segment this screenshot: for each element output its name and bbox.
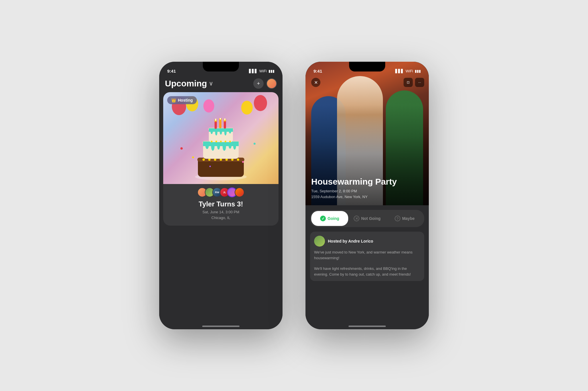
host-card: Hosted by Andre Lorico We've just moved … (310, 232, 424, 281)
user-avatar[interactable] (266, 78, 277, 89)
svg-point-14 (211, 142, 215, 151)
upcoming-title: Upcoming (165, 79, 207, 88)
maybe-label: Maybe (402, 216, 415, 221)
svg-point-8 (231, 158, 233, 161)
svg-point-5 (214, 158, 216, 161)
event-name: Tyler Turns 3! (168, 200, 274, 208)
phone1-screen: 9:41 ▋▋▋ WiFi ▮▮▮ Upcoming ∨ + (159, 62, 283, 329)
svg-point-17 (229, 142, 231, 149)
cake-graphic (192, 118, 250, 181)
svg-point-9 (237, 158, 239, 161)
svg-point-40 (224, 118, 225, 121)
share-button[interactable]: ⊡ (404, 78, 413, 87)
event-info: Tyler Turns 3! Sat, June 14, 3:00 PM Chi… (163, 199, 279, 226)
status-icons: ▋▋▋ WiFi ▮▮▮ (249, 69, 274, 73)
add-event-button[interactable]: + (253, 78, 264, 89)
svg-rect-32 (215, 121, 217, 129)
bottom-panel: ✓ Going ✕ Not Going ? Maybe Hosted by An… (305, 205, 429, 329)
attendee-initials-3: RW (215, 191, 219, 194)
going-button[interactable]: ✓ Going (311, 211, 348, 226)
svg-point-16 (223, 143, 226, 151)
x-icon: ✕ (314, 80, 318, 85)
dropdown-chevron-icon: ∨ (209, 80, 213, 87)
hosting-badge: 👑 Hosting (167, 96, 197, 104)
signal-icon-2: ▋▋▋ (395, 69, 404, 73)
balloon-gold2 (241, 101, 253, 115)
attendee-initials-4: JL (223, 191, 226, 194)
housewarming-title: Housewarming Party (311, 177, 423, 187)
svg-point-7 (225, 158, 228, 161)
going-label: Going (328, 216, 339, 221)
not-going-x-icon: ✕ (354, 216, 359, 221)
svg-point-13 (205, 142, 209, 149)
more-icon: ··· (418, 80, 421, 84)
event-card[interactable]: 👑 Hosting RW JL Tyler Turns 3! (163, 92, 279, 226)
close-button[interactable]: ✕ (311, 78, 320, 87)
event-overlay-info: Housewarming Party Tue, September 2, 8:0… (311, 177, 423, 200)
maybe-question-icon: ? (395, 216, 400, 221)
svg-point-27 (211, 141, 213, 142)
svg-point-18 (233, 143, 236, 150)
host-name: Hosted by Andre Lorico (328, 239, 373, 243)
event-date-line: Sat, June 14, 3:00 PM (168, 209, 274, 215)
attendees-row: RW JL (163, 184, 279, 199)
header-title-group[interactable]: Upcoming ∨ (165, 79, 213, 88)
maybe-button[interactable]: ? Maybe (386, 211, 423, 226)
phone-2: 9:41 ▋▋▋ WiFi ▮▮▮ ✕ ⊡ ··· (305, 62, 429, 329)
wifi-icon-2: WiFi (406, 69, 413, 73)
wifi-icon: WiFi (259, 69, 267, 73)
host-avatar (314, 236, 325, 247)
host-row: Hosted by Andre Lorico (314, 236, 420, 247)
svg-point-15 (217, 142, 220, 150)
svg-point-3 (203, 158, 205, 161)
event-address-hw: 1559 Audubon Ave, New York, NY (311, 194, 423, 200)
svg-point-24 (220, 129, 222, 135)
going-check-icon: ✓ (320, 216, 326, 221)
status-bar-2: 9:41 ▋▋▋ WiFi ▮▮▮ (305, 62, 429, 76)
svg-point-26 (229, 129, 231, 133)
host-description-1: We've just moved to New York, and warmer… (314, 249, 420, 261)
plus-icon: + (257, 81, 260, 87)
attendee-avatar-6 (235, 187, 244, 197)
event-date-hw: Tue, September 2, 8:00 PM (311, 188, 423, 194)
event-card-image: 👑 Hosting (163, 92, 279, 184)
status-icons-2: ▋▋▋ WiFi ▮▮▮ (395, 69, 421, 73)
event-location: Chicago, IL (168, 215, 274, 221)
status-time: 9:41 (167, 69, 176, 73)
svg-point-29 (220, 141, 222, 142)
svg-point-22 (211, 129, 213, 134)
share-icon: ⊡ (407, 80, 410, 84)
phone-1: 9:41 ▋▋▋ WiFi ▮▮▮ Upcoming ∨ + (159, 62, 283, 329)
not-going-label: Not Going (361, 216, 381, 221)
svg-point-4 (208, 158, 211, 161)
battery-icon: ▮▮▮ (268, 69, 274, 73)
host-description-2: We'll have light refreshments, drinks, a… (314, 266, 420, 277)
svg-point-36 (215, 119, 216, 121)
hero-image: 9:41 ▋▋▋ WiFi ▮▮▮ ✕ ⊡ ··· (305, 62, 429, 205)
home-indicator (202, 326, 240, 327)
svg-rect-34 (224, 121, 226, 129)
phone2-screen: 9:41 ▋▋▋ WiFi ▮▮▮ ✕ ⊡ ··· (305, 62, 429, 329)
hosting-label: Hosting (178, 98, 193, 102)
svg-point-6 (220, 158, 222, 161)
svg-point-30 (225, 141, 226, 142)
svg-rect-33 (219, 120, 221, 128)
svg-point-31 (229, 141, 231, 142)
more-button[interactable]: ··· (415, 78, 424, 87)
balloon-red2 (254, 95, 267, 111)
crown-icon: 👑 (171, 98, 176, 102)
top-right-actions: ⊡ ··· (404, 78, 424, 87)
home-indicator-2 (348, 326, 386, 327)
status-bar: 9:41 ▋▋▋ WiFi ▮▮▮ (159, 62, 283, 76)
svg-point-28 (215, 141, 217, 142)
app-header: Upcoming ∨ + (159, 76, 283, 92)
signal-icon: ▋▋▋ (249, 69, 258, 73)
svg-point-25 (224, 129, 227, 136)
header-actions: + (253, 78, 277, 89)
rsvp-row: ✓ Going ✕ Not Going ? Maybe (310, 210, 424, 227)
balloon-pink (203, 99, 214, 113)
svg-point-23 (215, 129, 217, 136)
status-time-2: 9:41 (314, 69, 322, 73)
not-going-button[interactable]: ✕ Not Going (349, 211, 386, 226)
battery-icon-2: ▮▮▮ (415, 69, 421, 73)
